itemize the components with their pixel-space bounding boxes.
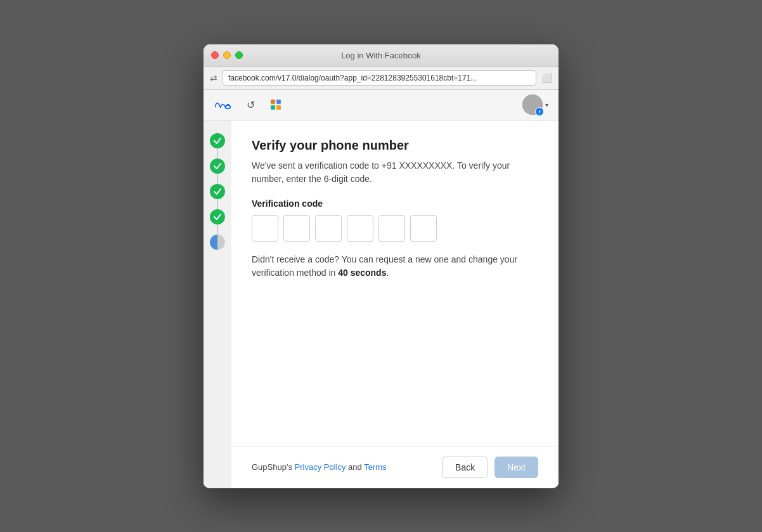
code-inputs <box>252 215 538 242</box>
address-input[interactable] <box>223 70 536 86</box>
code-digit-3[interactable] <box>315 215 342 242</box>
resend-text: Didn't receive a code? You can request a… <box>252 253 538 280</box>
footer-links: GupShup's Privacy Policy and Terms <box>252 462 387 472</box>
ai-icon[interactable] <box>267 96 285 114</box>
window-title: Log in With Facebook <box>341 51 421 60</box>
address-bar: ⇄ ⬜ <box>203 67 559 90</box>
code-digit-1[interactable] <box>252 215 278 242</box>
browser-window: Log in With Facebook ⇄ ⬜ ↺ <box>203 44 559 488</box>
site-info-icon[interactable]: ⇄ <box>210 73 217 83</box>
privacy-policy-link[interactable]: Privacy Policy <box>295 462 346 472</box>
step-2-circle <box>210 159 225 174</box>
profile-dropdown-arrow: ▾ <box>545 101 548 108</box>
step-5 <box>210 235 225 250</box>
minimize-button[interactable] <box>223 51 231 59</box>
step-3 <box>210 184 225 209</box>
form-content: Verify your phone number We've sent a ve… <box>231 120 559 446</box>
svg-rect-4 <box>276 105 281 110</box>
footer-brand: GupShup's <box>252 462 292 472</box>
svg-rect-3 <box>271 105 275 110</box>
verification-code-label: Verification code <box>252 198 538 209</box>
step-4-circle <box>210 209 225 224</box>
form-title: Verify your phone number <box>252 138 538 153</box>
meta-logo <box>214 99 234 110</box>
step-1-circle <box>210 133 225 148</box>
steps-sidebar <box>203 120 231 488</box>
footer-buttons: Back Next <box>442 457 538 478</box>
code-digit-5[interactable] <box>378 215 405 242</box>
profile-menu[interactable]: f ▾ <box>522 94 548 115</box>
close-button[interactable] <box>211 51 219 59</box>
terms-link[interactable]: Terms <box>364 462 386 472</box>
svg-rect-1 <box>271 100 275 104</box>
main-content: Verify your phone number We've sent a ve… <box>203 120 559 488</box>
fb-badge: f <box>535 107 544 116</box>
cast-icon[interactable]: ⬜ <box>541 73 552 83</box>
title-bar: Log in With Facebook <box>203 44 559 67</box>
step-2 <box>210 159 225 184</box>
avatar: f <box>522 94 543 115</box>
next-button[interactable]: Next <box>494 457 538 478</box>
step-5-circle <box>210 235 225 250</box>
step-1 <box>210 133 225 159</box>
footer: GupShup's Privacy Policy and Terms Back … <box>231 446 559 488</box>
svg-rect-2 <box>276 100 281 104</box>
step-3-circle <box>210 184 225 199</box>
code-digit-6[interactable] <box>410 215 437 242</box>
back-button[interactable]: Back <box>442 457 488 478</box>
traffic-lights <box>211 51 243 59</box>
refresh-icon[interactable]: ↺ <box>242 96 259 114</box>
maximize-button[interactable] <box>235 51 243 59</box>
step-4 <box>210 209 225 235</box>
form-subtitle: We've sent a verification code to +91 XX… <box>252 159 538 186</box>
code-digit-4[interactable] <box>347 215 373 242</box>
white-panel: Verify your phone number We've sent a ve… <box>231 120 559 488</box>
browser-toolbar: ↺ f ▾ <box>203 90 559 120</box>
code-digit-2[interactable] <box>283 215 310 242</box>
